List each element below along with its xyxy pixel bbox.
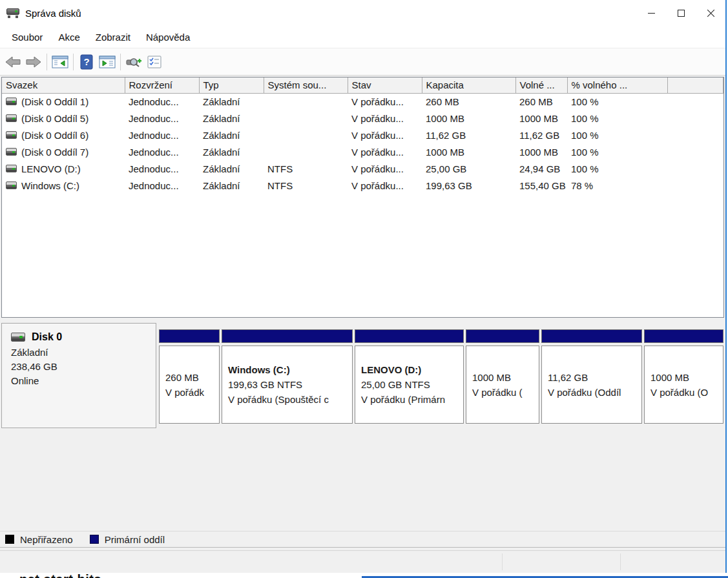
disk-name: Disk 0	[32, 331, 62, 343]
partition-block-1[interactable]: 260 MB V pořádk	[159, 329, 220, 424]
partition-size: 260 MB	[165, 370, 218, 385]
unallocated-color-swatch	[5, 535, 14, 544]
table-row[interactable]: (Disk 0 Oddíl 6) Jednoduc...Základní V p…	[2, 127, 723, 143]
toolbar-separator	[73, 54, 74, 70]
column-header-svazek[interactable]: Svazek	[2, 77, 125, 93]
action-pane-button[interactable]	[97, 52, 118, 72]
toolbar-separator	[120, 54, 121, 70]
column-header-kapacita[interactable]: Kapacita	[422, 77, 515, 93]
partition-size: 25,00 GB NTFS	[361, 377, 462, 392]
status-bar	[0, 550, 725, 573]
primary-partition-color-swatch	[90, 535, 99, 544]
disk-management-app-icon	[6, 8, 19, 18]
partition-size: 1000 MB	[472, 370, 537, 385]
menu-soubor[interactable]: Soubor	[4, 28, 50, 46]
rescan-disks-icon	[125, 55, 142, 69]
forward-button[interactable]	[23, 52, 44, 72]
partition-size: 199,63 GB NTFS	[228, 377, 351, 392]
column-header-system-souboru[interactable]: Systém sou...	[264, 77, 348, 93]
table-row[interactable]: Windows (C:) Jednoduc...ZákladníNTFS V p…	[2, 177, 723, 194]
volume-icon	[6, 148, 17, 156]
partition-block-5[interactable]: 11,62 GB V pořádku (Oddíl	[541, 329, 642, 424]
back-icon	[5, 56, 21, 68]
partition-status: V pořádku (Primárn	[361, 392, 462, 407]
partition-size: 11,62 GB	[548, 370, 640, 385]
partition-header-bar	[159, 329, 220, 343]
partition-block-4[interactable]: 1000 MB V pořádku (	[466, 329, 539, 424]
partition-status: V pořádku (Oddíl	[548, 385, 640, 400]
status-bar-divider	[502, 553, 503, 570]
volume-list-pane: Svazek Rozvržení Typ Systém sou... Stav …	[1, 77, 724, 318]
volume-icon	[6, 165, 17, 172]
partition-name: Windows (C:)	[228, 362, 351, 377]
forward-icon	[26, 56, 41, 68]
legend-label: Primární oddíl	[105, 534, 165, 545]
disk-0-info-panel[interactable]: Disk 0 Základní 238,46 GB Online	[1, 323, 156, 428]
partition-status: V pořádk	[165, 385, 218, 400]
volume-icon	[6, 98, 17, 105]
table-row[interactable]: LENOVO (D:) Jednoduc...ZákladníNTFS V po…	[2, 160, 723, 177]
menu-napoveda[interactable]: Nápověda	[138, 28, 198, 46]
partition-area: 260 MB V pořádk Windows (C:) 199,63 GB N…	[156, 323, 724, 428]
menu-zobrazit[interactable]: Zobrazit	[88, 28, 138, 46]
partition-header-bar	[644, 329, 723, 343]
table-header-row: Svazek Rozvržení Typ Systém sou... Stav …	[2, 77, 723, 93]
disk-capacity: 238,46 GB	[11, 360, 147, 374]
disk-management-window: Správa disků Soubor Akce Zobrazit Nápově…	[0, 0, 727, 573]
partition-status: V pořádku (O	[650, 385, 722, 400]
partition-status: V pořádku (	[472, 385, 537, 400]
partition-status: V pořádku (Spouštěcí c	[228, 392, 351, 407]
partition-block-windows-c[interactable]: Windows (C:) 199,63 GB NTFS V pořádku (S…	[222, 329, 353, 424]
partition-header-bar	[541, 329, 642, 343]
toolbar-separator	[47, 54, 47, 70]
partition-block-lenovo-d[interactable]: LENOVO (D:) 25,00 GB NTFS V pořádku (Pri…	[355, 329, 464, 424]
column-header-stav[interactable]: Stav	[348, 77, 422, 93]
background-window-text: net start bits	[19, 573, 101, 578]
rescan-disks-button[interactable]	[123, 52, 144, 72]
column-header-volne[interactable]: Volné ...	[515, 77, 567, 93]
partition-header-bar	[466, 329, 539, 343]
status-bar-divider	[620, 553, 621, 570]
maximize-icon	[678, 10, 685, 17]
partition-name: LENOVO (D:)	[361, 362, 462, 377]
help-icon: ?	[80, 54, 93, 70]
toolbar: ?	[0, 48, 725, 76]
legend-unallocated: Nepřiřazeno	[5, 534, 73, 545]
partition-header-bar	[355, 329, 464, 343]
back-button[interactable]	[3, 52, 23, 72]
legend-label: Nepřiřazeno	[20, 534, 73, 545]
minimize-icon	[648, 13, 655, 14]
maximize-button[interactable]	[666, 0, 696, 26]
console-tree-button[interactable]	[50, 52, 70, 72]
volume-table: Svazek Rozvržení Typ Systém sou... Stav …	[2, 77, 723, 194]
help-button[interactable]: ?	[76, 52, 97, 72]
table-row[interactable]: (Disk 0 Oddíl 7) Jednoduc...Základní V p…	[2, 143, 723, 160]
svg-text:?: ?	[83, 56, 89, 67]
column-header-empty[interactable]	[667, 77, 723, 93]
action-pane-icon	[99, 55, 116, 69]
disk-0-row: Disk 0 Základní 238,46 GB Online 260 MB …	[1, 323, 724, 428]
title-bar[interactable]: Správa disků	[0, 0, 725, 26]
disk-layout: Základní	[11, 346, 147, 360]
menu-akce[interactable]: Akce	[50, 28, 87, 46]
partition-size: 1000 MB	[650, 370, 722, 385]
table-row[interactable]: (Disk 0 Oddíl 5) Jednoduc...Základní V p…	[2, 110, 723, 127]
properties-button[interactable]	[144, 52, 165, 72]
window-title: Správa disků	[25, 8, 81, 19]
table-row[interactable]: (Disk 0 Oddíl 1) Jednoduc...Základní V p…	[2, 93, 723, 110]
partition-header-bar	[222, 329, 353, 343]
console-tree-icon	[52, 55, 68, 69]
column-header-typ[interactable]: Typ	[199, 77, 264, 93]
partition-block-6[interactable]: 1000 MB V pořádku (O	[644, 329, 723, 424]
volume-icon	[6, 181, 17, 189]
close-button[interactable]	[696, 0, 725, 26]
volume-icon	[6, 131, 17, 139]
column-header-procento-volneho[interactable]: % volného ...	[567, 77, 667, 93]
legend-primary-partition: Primární oddíl	[90, 534, 165, 545]
minimize-button[interactable]	[636, 0, 666, 26]
properties-icon	[147, 55, 162, 69]
menu-bar: Soubor Akce Zobrazit Nápověda	[0, 26, 725, 48]
legend-bar: Nepřiřazeno Primární oddíl	[0, 531, 725, 548]
close-icon	[707, 9, 715, 17]
column-header-rozvrzeni[interactable]: Rozvržení	[125, 77, 199, 93]
